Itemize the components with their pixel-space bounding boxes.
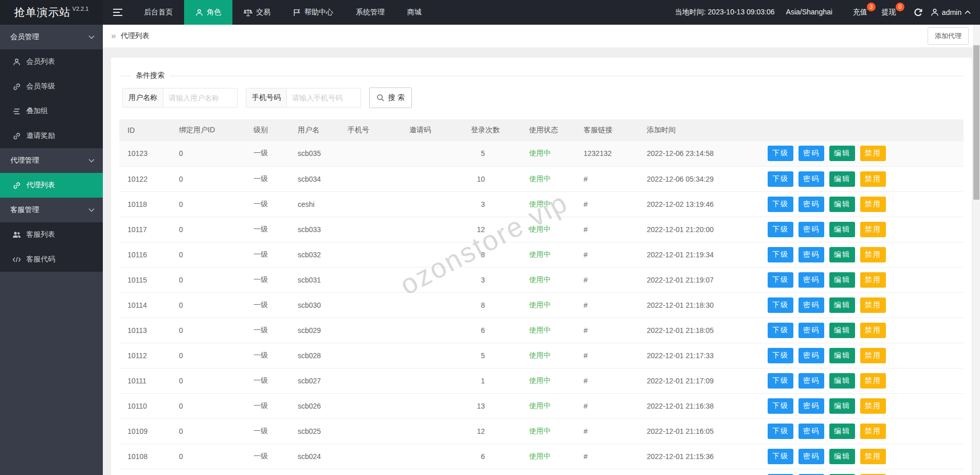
sidebar-item-客服列表[interactable]: 客服列表: [0, 222, 103, 247]
edit-button[interactable]: 编辑: [829, 247, 855, 262]
nav-item-3[interactable]: 帮助中心: [282, 0, 344, 25]
sidebar-toggle-button[interactable]: [103, 0, 133, 25]
disable-button[interactable]: 禁用: [860, 424, 886, 439]
sub-agent-button[interactable]: 下级: [768, 373, 793, 389]
cell-invite: [401, 368, 463, 393]
disable-button[interactable]: 禁用: [860, 323, 886, 338]
add-agent-button[interactable]: 添加代理: [928, 27, 969, 45]
sub-agent-button[interactable]: 下级: [768, 398, 793, 414]
username-input[interactable]: [163, 88, 238, 108]
cell-actions: 下级密码编辑禁用: [759, 292, 964, 318]
disable-button[interactable]: 禁用: [860, 398, 886, 414]
sidebar-group-title[interactable]: 客服管理: [0, 198, 103, 222]
sidebar-group: 会员管理会员列表会员等级叠加组邀请奖励: [0, 25, 103, 148]
sub-agent-button[interactable]: 下级: [768, 171, 793, 187]
scales-icon: [244, 9, 252, 16]
phone-input[interactable]: [286, 88, 361, 108]
sidebar-item-代理列表[interactable]: 代理列表: [0, 173, 103, 198]
disable-button[interactable]: 禁用: [860, 449, 886, 464]
password-button[interactable]: 密码: [798, 272, 824, 288]
vertical-scrollbar[interactable]: [973, 25, 980, 475]
edit-button[interactable]: 编辑: [829, 146, 855, 161]
search-button[interactable]: 搜 索: [369, 87, 412, 108]
sub-agent-button[interactable]: 下级: [768, 348, 793, 363]
disable-button[interactable]: 禁用: [860, 373, 886, 389]
disable-button[interactable]: 禁用: [860, 146, 886, 161]
sidebar-item-会员等级[interactable]: 会员等级: [0, 74, 103, 99]
search-icon: [376, 94, 385, 102]
nav-item-2[interactable]: 交易: [232, 0, 282, 25]
nav-item-4[interactable]: 系统管理: [344, 0, 396, 25]
sub-agent-button[interactable]: 下级: [768, 222, 793, 237]
edit-button[interactable]: 编辑: [829, 373, 855, 389]
cell-time: 2022-12-01 21:15:36: [639, 444, 759, 469]
sidebar-group-title[interactable]: 代理管理: [0, 148, 103, 173]
sub-agent-button[interactable]: 下级: [768, 146, 793, 161]
topbar-right: 当地时间: 2023-10-13 09:03:06Asia/Shanghai 充…: [675, 0, 980, 25]
user-menu[interactable]: admin: [931, 8, 971, 16]
disable-button[interactable]: 禁用: [860, 348, 886, 363]
cell-level: 一级: [245, 343, 289, 368]
app-logo: 抢单演示站V2.2.1: [0, 0, 103, 25]
cell-id: 10115: [119, 267, 171, 292]
cell-phone: [339, 343, 401, 368]
edit-button[interactable]: 编辑: [829, 449, 855, 464]
sub-agent-button[interactable]: 下级: [768, 424, 793, 439]
sidebar: 会员管理会员列表会员等级叠加组邀请奖励代理管理代理列表客服管理客服列表客服代码: [0, 25, 103, 475]
scrollbar-thumb[interactable]: [973, 45, 979, 200]
password-button[interactable]: 密码: [798, 449, 824, 464]
sidebar-item-邀请奖励[interactable]: 邀请奖励: [0, 124, 103, 148]
nav-item-label: 帮助中心: [304, 8, 333, 17]
edit-button[interactable]: 编辑: [829, 398, 855, 414]
password-button[interactable]: 密码: [798, 398, 824, 414]
recharge-link[interactable]: 充值 3: [846, 8, 875, 17]
sidebar-item-会员列表[interactable]: 会员列表: [0, 49, 103, 74]
sub-agent-button[interactable]: 下级: [768, 297, 793, 313]
table-row: 101100一级scb02613使用中#2022-12-01 21:16:38下…: [119, 393, 964, 418]
sub-agent-button[interactable]: 下级: [768, 197, 793, 212]
nav-item-0[interactable]: 后台首页: [133, 0, 184, 25]
password-button[interactable]: 密码: [798, 424, 824, 439]
cell-username: scb026: [289, 393, 339, 418]
password-button[interactable]: 密码: [798, 297, 824, 313]
edit-button[interactable]: 编辑: [829, 297, 855, 313]
disable-button[interactable]: 禁用: [860, 197, 886, 212]
edit-button[interactable]: 编辑: [829, 323, 855, 338]
password-button[interactable]: 密码: [798, 373, 824, 389]
edit-button[interactable]: 编辑: [829, 197, 855, 212]
edit-button[interactable]: 编辑: [829, 348, 855, 363]
cell-actions: 下级密码编辑禁用: [759, 444, 964, 469]
password-button[interactable]: 密码: [798, 348, 824, 363]
edit-button[interactable]: 编辑: [829, 272, 855, 288]
cell-status: 使用中: [521, 292, 575, 318]
sub-agent-button[interactable]: 下级: [768, 272, 793, 288]
refresh-button[interactable]: [914, 8, 922, 17]
sub-agent-button[interactable]: 下级: [768, 247, 793, 262]
nav-item-5[interactable]: 商城: [396, 0, 433, 25]
sub-agent-button[interactable]: 下级: [768, 323, 793, 338]
cell-level: 一级: [245, 242, 289, 267]
edit-button[interactable]: 编辑: [829, 222, 855, 237]
password-button[interactable]: 密码: [798, 222, 824, 237]
disable-button[interactable]: 禁用: [860, 222, 886, 237]
sub-agent-button[interactable]: 下级: [768, 449, 793, 464]
password-button[interactable]: 密码: [798, 146, 824, 161]
edit-button[interactable]: 编辑: [829, 171, 855, 187]
disable-button[interactable]: 禁用: [860, 272, 886, 288]
password-button[interactable]: 密码: [798, 323, 824, 338]
disable-button[interactable]: 禁用: [860, 297, 886, 313]
edit-button[interactable]: 编辑: [829, 424, 855, 439]
disable-button[interactable]: 禁用: [860, 171, 886, 187]
password-button[interactable]: 密码: [798, 197, 824, 212]
cell-bind-id: 0: [171, 217, 245, 242]
cell-status: 使用中: [521, 191, 575, 217]
sidebar-item-叠加组[interactable]: 叠加组: [0, 99, 103, 124]
nav-item-1[interactable]: 角色: [184, 0, 232, 25]
content: 条件搜索 用户名称 手机号码 搜 索: [103, 47, 980, 475]
sidebar-item-客服代码[interactable]: 客服代码: [0, 247, 103, 272]
disable-button[interactable]: 禁用: [860, 247, 886, 262]
password-button[interactable]: 密码: [798, 247, 824, 262]
password-button[interactable]: 密码: [798, 171, 824, 187]
withdraw-link[interactable]: 提现 0: [875, 8, 903, 17]
sidebar-group-title[interactable]: 会员管理: [0, 25, 103, 49]
